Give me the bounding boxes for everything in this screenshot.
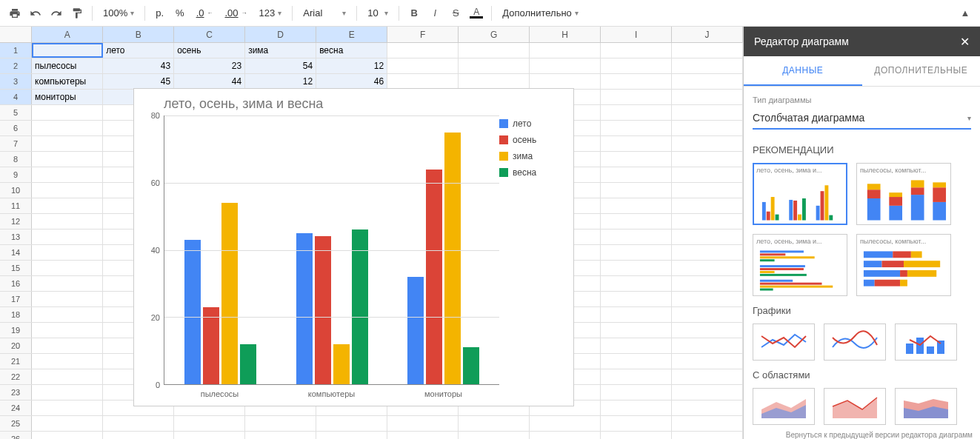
cell[interactable] [387,74,459,89]
cell[interactable] [601,183,672,198]
chart-thumb-smooth-line[interactable] [824,324,886,361]
cell[interactable]: 54 [245,58,316,73]
cell[interactable] [530,432,601,439]
cell[interactable] [32,43,103,58]
cell[interactable] [103,432,174,439]
cell[interactable] [672,369,743,384]
row-header[interactable]: 8 [0,152,32,167]
cell[interactable] [387,58,459,73]
cell[interactable] [459,43,530,58]
row-header[interactable]: 16 [0,276,32,291]
cell[interactable] [32,292,103,306]
bold-icon[interactable]: B [405,4,423,22]
cell[interactable] [32,198,103,213]
row-header[interactable]: 11 [0,198,32,213]
row-header[interactable]: 2 [0,58,32,73]
row-header[interactable]: 3 [0,74,32,89]
cell[interactable] [672,354,743,369]
cell[interactable] [316,432,387,439]
cell[interactable] [601,338,672,353]
increase-decimal[interactable]: .00→ [221,7,252,19]
undo-icon[interactable] [27,4,44,22]
cell[interactable] [530,58,601,73]
cell[interactable] [601,43,672,58]
italic-icon[interactable]: I [426,4,444,22]
font-selector[interactable]: Arial▾ [299,7,350,19]
revert-editor-link[interactable]: Вернуться к предыдущей версии редактора … [786,431,973,439]
chart-thumb-line[interactable] [753,324,815,361]
column-header[interactable]: B [103,27,174,42]
cell[interactable] [32,401,103,415]
cell[interactable] [32,214,103,229]
cell[interactable] [601,167,672,182]
cell[interactable] [672,307,743,322]
cell[interactable] [32,245,103,260]
row-header[interactable]: 17 [0,292,32,306]
cell[interactable] [672,74,743,89]
cell[interactable] [601,369,672,384]
cell[interactable] [32,167,103,182]
chart-overlay[interactable]: лето, осень, зима и весна 020406080 пыле… [133,88,574,406]
select-all-corner[interactable] [0,27,32,42]
cell[interactable] [672,121,743,135]
cell[interactable] [32,307,103,322]
cell[interactable] [672,167,743,182]
column-header[interactable]: C [174,27,245,42]
cell[interactable] [601,401,672,415]
chart-thumb-horizontal-bar[interactable]: лето, осень, зима и... [753,234,847,296]
chart-type-select[interactable]: Столбчатая диаграмма ▾ [753,107,971,130]
cell[interactable] [459,74,530,89]
row-header[interactable]: 18 [0,307,32,322]
chart-thumb-grouped-bar[interactable]: лето, осень, зима и... [753,163,847,225]
cell[interactable] [32,121,103,135]
cell[interactable] [245,432,316,439]
cell[interactable] [601,245,672,260]
cell[interactable] [601,152,672,167]
spreadsheet[interactable]: ABCDEFGHIJ 1летоосеньзимавесна2пылесосы4… [0,27,743,439]
cell[interactable]: лето [103,43,174,58]
cell[interactable] [174,416,245,431]
chart-thumb-area[interactable] [753,388,815,425]
cell[interactable] [672,292,743,306]
percent-format[interactable]: % [171,7,189,19]
number-format[interactable]: 123▾ [255,7,287,19]
cell[interactable]: осень [174,43,245,58]
row-header[interactable]: 9 [0,167,32,182]
column-header[interactable]: F [387,27,459,42]
cell[interactable] [601,292,672,306]
cell[interactable] [601,307,672,322]
cell[interactable] [601,58,672,73]
row-header[interactable]: 7 [0,136,32,151]
cell[interactable] [601,432,672,439]
chart-thumb-horizontal-stacked[interactable]: пылесосы, компьют... [856,234,951,296]
chart-thumb-stacked-bar[interactable]: пылесосы, компьют... [856,163,951,225]
cell[interactable]: 23 [174,58,245,73]
cell[interactable] [672,229,743,244]
cell[interactable] [672,136,743,151]
cell[interactable] [32,354,103,369]
cell[interactable] [530,416,601,431]
cell[interactable] [672,105,743,120]
cell[interactable] [672,323,743,338]
cell[interactable]: 46 [316,74,387,89]
cell[interactable]: пылесосы [32,58,103,73]
row-header[interactable]: 23 [0,385,32,400]
cell[interactable] [672,416,743,431]
cell[interactable] [601,121,672,135]
cell[interactable]: 12 [245,74,316,89]
row-header[interactable]: 10 [0,183,32,198]
cell[interactable] [672,432,743,439]
cell[interactable] [245,416,316,431]
font-size-selector[interactable]: 10▾ [363,7,393,19]
cell[interactable]: 12 [316,58,387,73]
cell[interactable]: зима [245,43,316,58]
row-header[interactable]: 6 [0,121,32,135]
cell[interactable] [32,152,103,167]
paint-format-icon[interactable] [68,4,86,22]
cell[interactable] [672,152,743,167]
cell[interactable]: 45 [103,74,174,89]
tab-customize[interactable]: ДОПОЛНИТЕЛЬНЫЕ [862,56,981,86]
column-header[interactable]: I [601,27,672,42]
zoom-selector[interactable]: 100%▾ [99,7,139,19]
tab-data[interactable]: ДАННЫЕ [744,56,862,86]
